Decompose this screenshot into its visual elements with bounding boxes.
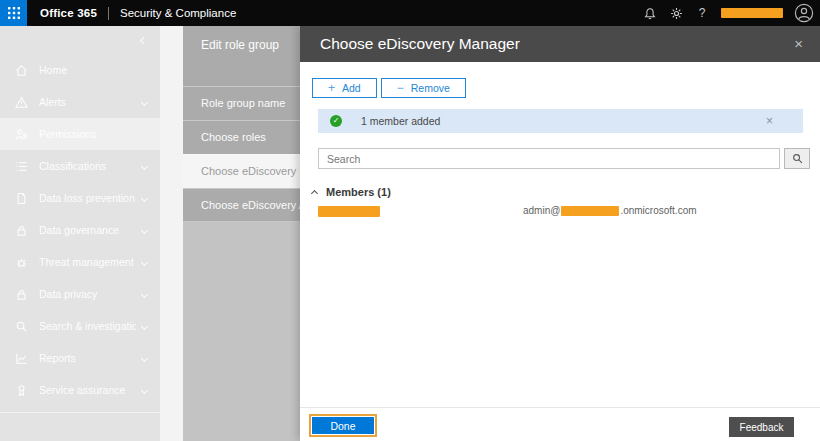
email-suffix: .onmicrosoft.com <box>620 205 696 216</box>
members-header-label: Members (1) <box>326 186 391 198</box>
left-navigation: Home Alerts Permissions Classifications … <box>0 26 160 441</box>
wizard-step-choose-ediscovery-manager[interactable]: Choose eDiscovery Mana <box>183 154 300 188</box>
sidebar-item-reports[interactable]: Reports <box>0 342 160 374</box>
close-icon[interactable]: × <box>777 26 820 62</box>
minus-icon: − <box>397 82 404 94</box>
sidebar-item-home[interactable]: Home <box>0 54 160 86</box>
chevron-down-icon <box>141 162 148 169</box>
magnifier-icon <box>14 319 28 333</box>
chevron-down-icon <box>141 386 148 393</box>
sidebar-item-permissions[interactable]: Permissions <box>0 118 160 150</box>
chevron-down-icon <box>141 290 148 297</box>
chevron-down-icon <box>141 226 148 233</box>
choose-ediscovery-manager-dialog: Choose eDiscovery Manager × + Add − Remo… <box>300 26 820 441</box>
waffle-icon <box>8 7 20 19</box>
app-launcher-button[interactable] <box>0 0 27 26</box>
sidebar-item-alerts[interactable]: Alerts <box>0 86 160 118</box>
chevron-down-icon <box>141 354 148 361</box>
collapse-nav-icon[interactable] <box>140 36 147 43</box>
notifications-bell-icon[interactable] <box>637 0 663 26</box>
sidebar-item-search-investigation[interactable]: Search & investigation <box>0 310 160 342</box>
email-domain-redaction <box>561 206 619 216</box>
sidebar-divider <box>0 412 160 413</box>
username-redaction <box>721 8 783 18</box>
search-input[interactable] <box>318 148 780 169</box>
brand-office365[interactable]: Office 365 <box>40 7 97 19</box>
sidebar-item-threat-management[interactable]: Threat management <box>0 246 160 278</box>
wizard-step-choose-roles[interactable]: Choose roles <box>183 120 300 154</box>
threat-icon <box>14 255 28 269</box>
plus-icon: + <box>328 82 335 94</box>
chevron-down-icon <box>141 98 148 105</box>
feedback-button[interactable]: Feedback <box>729 417 794 437</box>
classifications-icon <box>14 159 28 173</box>
notification-text: 1 member added <box>361 115 440 127</box>
suite-bar: Office 365 Security & Compliance ? <box>0 0 820 26</box>
badge-icon <box>14 383 28 397</box>
settings-gear-icon[interactable] <box>663 0 689 26</box>
search-icon <box>792 153 803 164</box>
add-button[interactable]: + Add <box>312 78 377 98</box>
search-button[interactable] <box>784 148 810 169</box>
sidebar-item-classifications[interactable]: Classifications <box>0 150 160 182</box>
dialog-title: Choose eDiscovery Manager <box>300 35 520 53</box>
done-button[interactable]: Done <box>312 417 374 434</box>
dialog-header: Choose eDiscovery Manager × <box>300 26 820 62</box>
user-avatar[interactable] <box>791 0 817 26</box>
wizard-title: Edit role group <box>183 26 300 64</box>
topbar-divider <box>108 7 109 20</box>
sidebar-item-data-loss-prevention[interactable]: Data loss prevention <box>0 182 160 214</box>
members-section-toggle[interactable]: Members (1) <box>312 186 820 198</box>
chevron-down-icon <box>141 194 148 201</box>
chevron-down-icon <box>141 258 148 265</box>
chevron-down-icon <box>141 322 148 329</box>
edit-role-group-wizard: Edit role group Role group name Choose r… <box>183 26 300 441</box>
lock-icon <box>14 287 28 301</box>
member-email: admin@ .onmicrosoft.com <box>523 205 697 216</box>
help-button[interactable]: ? <box>689 0 715 26</box>
member-name-redaction <box>318 206 380 217</box>
wizard-step-choose-ediscovery-admin[interactable]: Choose eDiscovery Admi <box>183 188 300 222</box>
member-list-item[interactable]: admin@ .onmicrosoft.com <box>300 203 820 219</box>
home-icon <box>14 63 28 77</box>
sidebar-item-service-assurance[interactable]: Service assurance <box>0 374 160 406</box>
permissions-icon <box>14 127 28 141</box>
success-notification: ✓ 1 member added × <box>318 109 803 133</box>
lock-icon <box>14 223 28 237</box>
chart-icon <box>14 351 28 365</box>
done-button-focus-ring: Done <box>309 414 377 437</box>
chevron-up-icon <box>311 189 318 196</box>
wizard-step-role-group-name[interactable]: Role group name <box>183 86 300 120</box>
document-icon <box>14 191 28 205</box>
sidebar-item-data-privacy[interactable]: Data privacy <box>0 278 160 310</box>
remove-button[interactable]: − Remove <box>381 78 466 98</box>
notification-close-icon[interactable]: × <box>766 114 773 128</box>
app-title: Security & Compliance <box>120 7 236 19</box>
dimmed-page-background <box>160 26 183 441</box>
alert-icon <box>14 95 28 109</box>
sidebar-item-data-governance[interactable]: Data governance <box>0 214 160 246</box>
email-prefix: admin@ <box>523 205 560 216</box>
success-check-icon: ✓ <box>330 115 342 127</box>
